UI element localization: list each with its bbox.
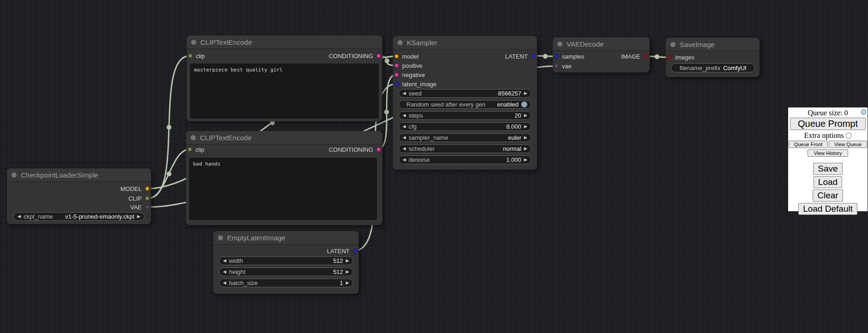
node-titlebar[interactable]: VAEDecode <box>553 37 650 51</box>
increment-arrow-icon[interactable]: ▶ <box>524 113 527 118</box>
widget-label: filename_prefix <box>680 65 720 71</box>
output-slot-conditioning[interactable]: CONDITIONING <box>329 145 381 154</box>
load-button[interactable]: Load <box>814 176 842 188</box>
conditioning-slot-icon[interactable] <box>376 54 381 58</box>
collapse-dot-icon[interactable] <box>670 42 675 47</box>
settings-gear-icon[interactable]: ⚙ <box>860 108 867 116</box>
increment-arrow-icon[interactable]: ▶ <box>524 91 527 95</box>
conditioning-slot-icon[interactable] <box>394 63 399 68</box>
decrement-arrow-icon[interactable]: ◀ <box>223 259 226 263</box>
increment-arrow-icon[interactable]: ▶ <box>524 125 527 129</box>
ckpt-name-widget[interactable]: ◀ ckpt_name v1-5-pruned-emaonly.ckpt ▶ <box>13 212 145 221</box>
clip-slot-icon[interactable] <box>188 54 193 58</box>
node-title-label: SaveImage <box>680 41 715 48</box>
clip-slot-icon[interactable] <box>187 147 192 152</box>
increment-arrow-icon[interactable]: ▶ <box>346 259 349 263</box>
input-slot-samples[interactable]: samples <box>554 52 584 61</box>
decrement-arrow-icon[interactable]: ◀ <box>403 158 406 162</box>
random-seed-toggle-widget[interactable]: Random seed after every gen enabled <box>398 100 531 109</box>
latent-slot-icon[interactable] <box>394 82 399 86</box>
node-titlebar[interactable]: SaveImage <box>666 38 760 52</box>
input-slot-vae[interactable]: vae <box>554 61 572 71</box>
model-slot-icon[interactable] <box>145 186 150 191</box>
node-titlebar[interactable]: KSampler <box>393 36 537 50</box>
input-slot-latent-image[interactable]: latent_image <box>394 79 436 89</box>
input-slot-clip[interactable]: clip <box>187 145 205 154</box>
output-slot-conditioning[interactable]: CONDITIONING <box>329 51 381 60</box>
input-slot-images[interactable]: images <box>667 53 694 62</box>
clear-button[interactable]: Clear <box>813 190 843 202</box>
collapse-dot-icon[interactable] <box>218 235 223 240</box>
increment-arrow-icon[interactable]: ▶ <box>524 158 527 162</box>
height-widget[interactable]: ◀ height 512 ▶ <box>219 268 353 276</box>
output-slot-latent[interactable]: LATENT <box>327 246 357 256</box>
view-history-button[interactable]: View History <box>808 149 848 157</box>
node-titlebar[interactable]: EmptyLatentImage <box>213 231 359 245</box>
negative-prompt-textarea[interactable]: bad hands <box>189 158 377 220</box>
decrement-arrow-icon[interactable]: ◀ <box>18 214 21 219</box>
collapse-dot-icon[interactable] <box>191 40 196 45</box>
node-titlebar[interactable]: CLIPTextEncode <box>187 36 382 49</box>
filename-prefix-widget[interactable]: filename_prefix ComfyUI <box>671 63 755 72</box>
input-label: clip <box>195 146 205 153</box>
widget-label: batch_size <box>229 279 258 286</box>
decrement-arrow-icon[interactable]: ◀ <box>403 147 406 151</box>
increment-arrow-icon[interactable]: ▶ <box>346 281 349 285</box>
output-slot-model[interactable]: MODEL <box>121 184 150 193</box>
image-slot-icon[interactable] <box>644 54 648 59</box>
conditioning-slot-icon[interactable] <box>394 72 399 77</box>
save-button[interactable]: Save <box>813 163 842 175</box>
collapse-dot-icon[interactable] <box>557 42 562 47</box>
node-titlebar[interactable]: CLIPTextEncode <box>186 131 382 145</box>
output-slot-clip[interactable]: CLIP <box>128 194 150 203</box>
decrement-arrow-icon[interactable]: ◀ <box>223 281 226 285</box>
node-titlebar[interactable]: CheckpointLoaderSimple <box>7 168 151 182</box>
input-slot-positive[interactable]: positive <box>394 61 422 70</box>
latent-slot-icon[interactable] <box>353 249 357 253</box>
queue-prompt-button[interactable]: Queue Prompt <box>790 118 866 130</box>
widget-value: 512 <box>333 257 343 264</box>
cfg-widget[interactable]: ◀ cfg 8.000 ▶ <box>398 122 531 131</box>
input-slot-model[interactable]: model <box>394 52 418 61</box>
seed-widget[interactable]: ◀ seed 8566257 ▶ <box>398 89 531 98</box>
increment-arrow-icon[interactable]: ▶ <box>137 214 140 219</box>
conditioning-slot-icon[interactable] <box>376 147 381 152</box>
sampler-name-widget[interactable]: ◀ sampler_name euler ▶ <box>398 133 531 142</box>
decrement-arrow-icon[interactable]: ◀ <box>403 113 406 118</box>
collapse-dot-icon[interactable] <box>12 172 17 178</box>
increment-arrow-icon[interactable]: ▶ <box>524 147 527 151</box>
vae-slot-icon[interactable] <box>554 64 559 68</box>
collapse-dot-icon[interactable] <box>191 135 196 140</box>
output-slot-vae[interactable]: VAE <box>130 202 150 212</box>
latent-slot-icon[interactable] <box>554 54 559 59</box>
increment-arrow-icon[interactable]: ▶ <box>346 270 349 274</box>
queue-front-button[interactable]: Queue Front <box>789 141 828 148</box>
denoise-widget[interactable]: ◀ denoise 1.000 ▶ <box>398 155 531 164</box>
output-slot-image[interactable]: IMAGE <box>621 52 648 61</box>
extra-options-checkbox[interactable] <box>846 133 851 138</box>
latent-slot-icon[interactable] <box>531 54 536 59</box>
width-widget[interactable]: ◀ width 512 ▶ <box>219 256 353 265</box>
decrement-arrow-icon[interactable]: ◀ <box>403 136 406 140</box>
decrement-arrow-icon[interactable]: ◀ <box>223 270 226 274</box>
decrement-arrow-icon[interactable]: ◀ <box>403 125 406 129</box>
widget-label: width <box>229 257 243 264</box>
load-default-button[interactable]: Load Default <box>798 203 857 215</box>
model-slot-icon[interactable] <box>394 54 399 59</box>
toggle-on-icon[interactable] <box>521 101 527 107</box>
steps-widget[interactable]: ◀ steps 20 ▶ <box>398 111 531 120</box>
increment-arrow-icon[interactable]: ▶ <box>524 136 527 140</box>
scheduler-widget[interactable]: ◀ scheduler normal ▶ <box>398 144 531 153</box>
input-slot-clip[interactable]: clip <box>188 51 205 60</box>
view-queue-button[interactable]: View Queue <box>829 141 867 148</box>
clip-slot-icon[interactable] <box>145 196 150 201</box>
vae-slot-icon[interactable] <box>145 205 150 209</box>
widget-label: steps <box>409 112 423 119</box>
decrement-arrow-icon[interactable]: ◀ <box>403 91 406 95</box>
collapse-dot-icon[interactable] <box>398 40 403 45</box>
batch-size-widget[interactable]: ◀ batch_size 1 ▶ <box>219 279 353 287</box>
image-slot-icon[interactable] <box>667 55 672 59</box>
output-slot-latent[interactable]: LATENT <box>505 52 536 61</box>
positive-prompt-textarea[interactable]: masterpiece best quality girl <box>190 64 379 119</box>
input-slot-negative[interactable]: negative <box>394 70 425 79</box>
